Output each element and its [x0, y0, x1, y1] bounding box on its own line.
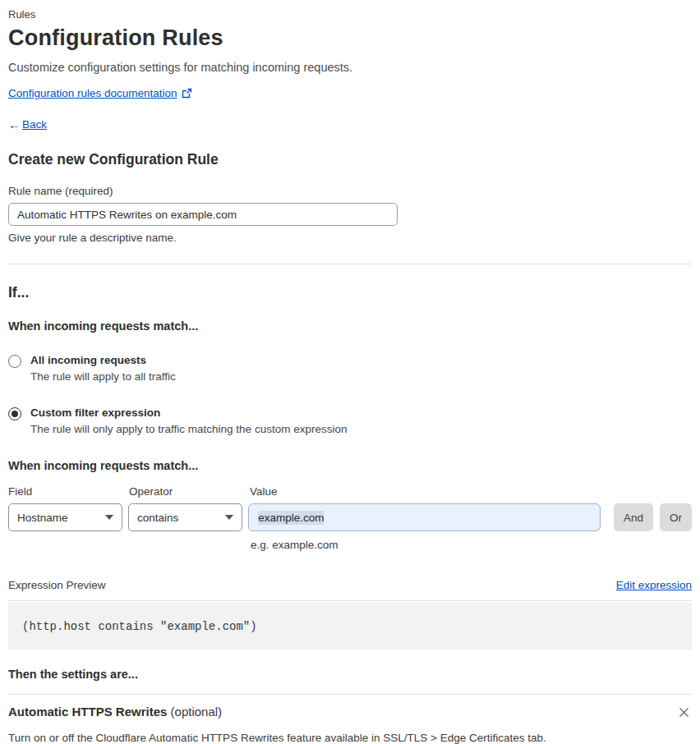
- edit-expression-link[interactable]: Edit expression: [616, 579, 692, 591]
- rule-name-help: Give your rule a descriptive name.: [8, 232, 692, 244]
- remove-setting-button[interactable]: [676, 705, 692, 720]
- section-divider: [8, 264, 692, 264]
- or-button[interactable]: Or: [660, 503, 692, 531]
- create-rule-title: Create new Configuration Rule: [8, 151, 692, 168]
- back-link-row: ← Back: [8, 117, 692, 131]
- setting-card-optional: (optional): [167, 705, 222, 719]
- if-title: If...: [8, 284, 692, 301]
- page-title: Configuration Rules: [8, 25, 692, 51]
- radio-all-description: The rule will apply to all traffic: [30, 370, 176, 383]
- expression-preview-header: Expression Preview Edit expression: [8, 579, 692, 591]
- radio-unchecked-icon[interactable]: [8, 355, 21, 368]
- external-link-icon: [182, 88, 192, 99]
- rule-name-input[interactable]: [8, 203, 398, 226]
- setting-card-header: Automatic HTTPS Rewrites (optional): [8, 705, 692, 720]
- expression-code: (http.host contains "example.com"): [22, 620, 257, 633]
- match-mode-radio-group: All incoming requests The rule will appl…: [8, 354, 692, 435]
- builder-title: When incoming requests match...: [8, 459, 692, 472]
- documentation-link[interactable]: Configuration rules documentation: [8, 87, 177, 99]
- builder-controls-row: Hostname contains example.com And Or: [8, 503, 692, 531]
- operator-column-label: Operator: [129, 485, 250, 498]
- page: Rules Configuration Rules Customize conf…: [8, 8, 692, 744]
- radio-custom-filter-expression[interactable]: Custom filter expression The rule will o…: [8, 406, 692, 435]
- and-button[interactable]: And: [614, 503, 653, 531]
- field-column-label: Field: [8, 485, 129, 498]
- chevron-down-icon: [105, 515, 113, 520]
- value-column-label: Value: [250, 485, 278, 498]
- field-select-value: Hostname: [17, 512, 68, 524]
- builder-column-labels: Field Operator Value: [8, 485, 692, 498]
- expression-preview-label: Expression Preview: [8, 579, 106, 591]
- value-input-text: example.com: [258, 511, 324, 525]
- match-mode-title: When incoming requests match...: [8, 319, 692, 333]
- breadcrumb: Rules: [8, 8, 692, 21]
- field-select[interactable]: Hostname: [8, 503, 122, 531]
- operator-select-value: contains: [137, 512, 178, 524]
- page-subtitle: Customize configuration settings for mat…: [8, 61, 692, 74]
- then-settings-title: Then the settings are...: [8, 668, 692, 681]
- value-hint: e.g. example.com: [251, 539, 692, 551]
- radio-all-incoming-requests[interactable]: All incoming requests The rule will appl…: [8, 354, 692, 383]
- back-link[interactable]: Back: [22, 118, 47, 131]
- documentation-link-row: Configuration rules documentation: [8, 87, 692, 99]
- close-icon: [678, 709, 690, 721]
- setting-card-title: Automatic HTTPS Rewrites: [8, 705, 167, 719]
- radio-custom-label: Custom filter expression: [30, 406, 347, 419]
- expression-preview-box: (http.host contains "example.com"): [8, 603, 692, 650]
- radio-all-label: All incoming requests: [30, 354, 176, 366]
- setting-card-description: Turn on or off the Cloudflare Automatic …: [8, 732, 692, 744]
- operator-select[interactable]: contains: [128, 503, 242, 531]
- value-input[interactable]: example.com: [248, 503, 601, 531]
- chevron-down-icon: [225, 515, 233, 520]
- back-arrow-icon: ←: [8, 117, 21, 131]
- expression-divider: [8, 600, 692, 601]
- radio-custom-description: The rule will only apply to traffic matc…: [30, 423, 347, 435]
- rule-name-label: Rule name (required): [8, 185, 692, 197]
- radio-checked-icon[interactable]: [8, 407, 21, 420]
- settings-card-divider: [8, 694, 692, 695]
